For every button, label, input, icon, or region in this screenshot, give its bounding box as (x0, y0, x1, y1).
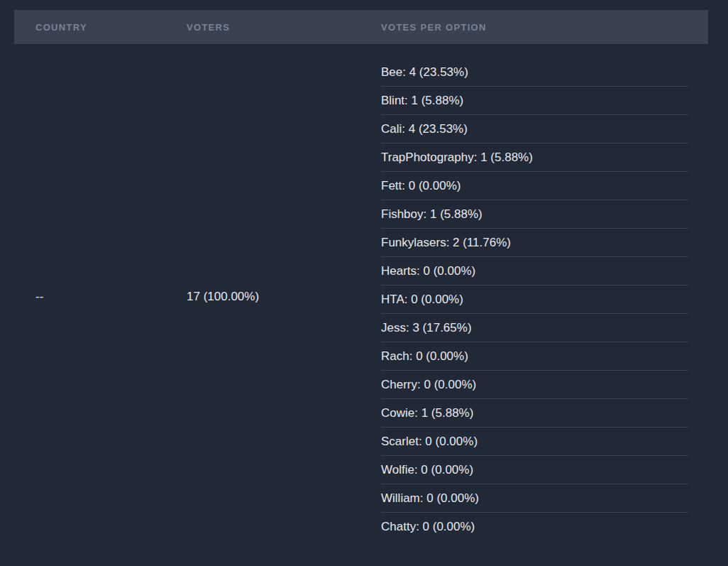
vote-option-text: Jess: 3 (17.65%) (381, 321, 472, 334)
vote-option-row: William: 0 (0.00%) (381, 484, 688, 513)
vote-option-text: Fett: 0 (0.00%) (381, 179, 460, 192)
vote-option-row: Cherry: 0 (0.00%) (381, 371, 688, 399)
column-header-voters: VOTERS (165, 22, 360, 33)
vote-option-row: Wolfie: 0 (0.00%) (381, 456, 688, 484)
vote-option-row: HTA: 0 (0.00%) (381, 285, 688, 314)
poll-results-page: COUNTRY VOTERS VOTES PER OPTION -- 17 (1… (0, 0, 728, 566)
vote-option-text: Funkylasers: 2 (11.76%) (381, 236, 511, 249)
vote-option-row: Cowie: 1 (5.88%) (381, 399, 688, 428)
vote-option-text: Blint: 1 (5.88%) (381, 94, 463, 107)
column-header-country: COUNTRY (14, 22, 165, 33)
vote-option-text: HTA: 0 (0.00%) (381, 293, 463, 306)
poll-results-table: COUNTRY VOTERS VOTES PER OPTION -- 17 (1… (14, 10, 708, 550)
vote-option-text: Scarlet: 0 (0.00%) (381, 435, 478, 448)
vote-option-text: Wolfie: 0 (0.00%) (381, 463, 473, 477)
vote-option-text: Hearts: 0 (0.00%) (381, 264, 475, 278)
vote-option-text: Fishboy: 1 (5.88%) (381, 207, 482, 221)
vote-option-row: Jess: 3 (17.65%) (381, 314, 688, 342)
vote-option-row: Fett: 0 (0.00%) (381, 172, 688, 200)
vote-option-row: TrapPhotography: 1 (5.88%) (381, 143, 688, 172)
vote-option-text: William: 0 (0.00%) (381, 491, 479, 505)
table-header-row: COUNTRY VOTERS VOTES PER OPTION (14, 10, 708, 44)
vote-option-row: Rach: 0 (0.00%) (381, 342, 688, 371)
table-row: -- 17 (100.00%) Bee: 4 (23.53%)Blint: 1 … (14, 44, 708, 550)
column-header-votes-per-option: VOTES PER OPTION (360, 22, 708, 33)
vote-option-row: Scarlet: 0 (0.00%) (381, 428, 688, 456)
vote-option-row: Funkylasers: 2 (11.76%) (381, 229, 688, 257)
vote-option-text: TrapPhotography: 1 (5.88%) (381, 151, 533, 164)
voters-cell: 17 (100.00%) (165, 290, 360, 304)
vote-option-row: Bee: 4 (23.53%) (381, 58, 688, 87)
vote-option-text: Cali: 4 (23.53%) (381, 122, 468, 136)
country-cell: -- (14, 290, 165, 304)
vote-option-row: Blint: 1 (5.88%) (381, 87, 688, 115)
vote-option-text: Cowie: 1 (5.88%) (381, 406, 473, 420)
vote-option-text: Bee: 4 (23.53%) (381, 65, 468, 79)
vote-option-row: Chatty: 0 (0.00%) (381, 513, 688, 540)
vote-option-text: Rach: 0 (0.00%) (381, 349, 468, 363)
vote-option-row: Hearts: 0 (0.00%) (381, 257, 688, 285)
vote-option-row: Cali: 4 (23.53%) (381, 115, 688, 143)
vote-option-text: Chatty: 0 (0.00%) (381, 520, 475, 533)
vote-option-row: Fishboy: 1 (5.88%) (381, 200, 688, 229)
votes-per-option-cell: Bee: 4 (23.53%)Blint: 1 (5.88%)Cali: 4 (… (360, 44, 708, 550)
vote-option-text: Cherry: 0 (0.00%) (381, 378, 476, 391)
